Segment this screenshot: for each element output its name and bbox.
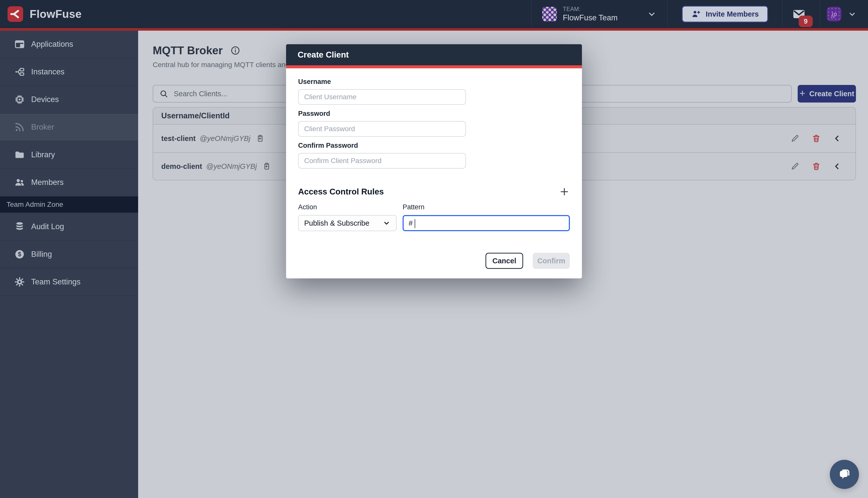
team-selector[interactable]: TEAM: FlowFuse Team [532, 0, 667, 28]
library-icon [14, 149, 25, 160]
invite-members-label: Invite Members [706, 10, 759, 18]
sidebar-item-label: Devices [31, 95, 59, 104]
flowfuse-logo-icon[interactable] [8, 6, 23, 22]
copy-clipboard-icon[interactable] [263, 162, 271, 171]
sidebar-item-team-settings[interactable]: Team Settings [0, 268, 138, 296]
copy-clipboard-icon[interactable] [256, 134, 265, 143]
client-id-suffix: @yeONmjGYBj [200, 134, 250, 143]
create-client-label: Create Client [809, 90, 854, 98]
chevron-down-icon [848, 10, 856, 18]
action-column: Action Publish & Subscribe [298, 203, 397, 231]
gear-icon [14, 276, 25, 287]
sidebar-item-label: Library [31, 150, 55, 159]
team-label: TEAM: [563, 6, 618, 12]
action-select[interactable]: Publish & Subscribe [298, 215, 397, 231]
chevron-left-icon[interactable] [833, 162, 841, 171]
client-username: test-client [161, 134, 196, 143]
devices-icon [14, 94, 25, 105]
sidebar-item-instances[interactable]: Instances [0, 58, 138, 86]
client-username-input[interactable] [298, 89, 466, 105]
delete-client-icon[interactable] [812, 162, 821, 171]
client-id-suffix: @yeONmjGYBj [206, 162, 257, 171]
delete-client-icon[interactable] [812, 134, 821, 143]
notifications-button[interactable]: 9 [791, 7, 807, 21]
plus-icon: + [799, 88, 805, 98]
action-label: Action [298, 203, 397, 211]
chat-bubbles-icon [837, 467, 852, 482]
info-icon[interactable] [230, 45, 240, 55]
applications-icon [14, 39, 25, 50]
pattern-label: Pattern [403, 203, 570, 211]
pattern-input[interactable] [409, 219, 564, 227]
sidebar-item-label: Instances [31, 67, 65, 76]
cancel-button[interactable]: Cancel [485, 253, 523, 269]
sidebar-item-devices[interactable]: Devices [0, 86, 138, 114]
password-label: Password [298, 110, 570, 118]
sidebar-item-label: Members [31, 178, 64, 187]
access-control-rules-heading: Access Control Rules [298, 187, 384, 196]
chat-widget-button[interactable] [830, 460, 859, 489]
brand: FlowFuse [0, 6, 82, 22]
sidebar-item-label: Team Settings [31, 277, 80, 286]
pattern-field [403, 215, 570, 231]
sidebar-item-label: Applications [31, 40, 73, 49]
sidebar-item-members[interactable]: Members [0, 169, 138, 196]
sidebar-item-billing[interactable]: $ Billing [0, 241, 138, 268]
username-label: Username [298, 78, 570, 86]
sidebar-item-broker[interactable]: Broker [0, 114, 138, 141]
client-username: demo-client [161, 162, 202, 171]
confirm-button[interactable]: Confirm [533, 253, 570, 269]
sidebar-item-applications[interactable]: Applications [0, 31, 138, 58]
top-navbar: FlowFuse TEAM: FlowFuse Team Invite Memb… [0, 0, 868, 31]
audit-log-icon [14, 221, 25, 232]
client-password-input[interactable] [298, 121, 466, 137]
svg-text:$: $ [18, 251, 21, 258]
chevron-down-icon [647, 10, 656, 18]
instances-icon [14, 66, 25, 77]
sidebar-item-label: Billing [31, 250, 52, 259]
page-title: MQTT Broker [153, 44, 223, 57]
sidebar-item-audit-log[interactable]: Audit Log [0, 213, 138, 241]
user-avatar: jp [827, 7, 841, 21]
sidebar: Applications Instances Devices Broker Li… [0, 31, 138, 498]
team-avatar [542, 7, 557, 21]
pattern-column: Pattern [403, 203, 570, 231]
notification-count-badge: 9 [799, 16, 813, 27]
user-plus-icon [691, 9, 701, 19]
invite-members-button[interactable]: Invite Members [682, 6, 768, 22]
team-admin-zone-banner: Team Admin Zone [0, 196, 138, 213]
billing-icon: $ [14, 249, 25, 260]
create-client-modal: Create Client Username Password Confirm … [286, 44, 582, 278]
edit-client-icon[interactable] [790, 161, 800, 171]
chevron-left-icon[interactable] [833, 134, 841, 143]
team-name: FlowFuse Team [563, 13, 618, 22]
edit-client-icon[interactable] [790, 134, 800, 143]
modal-header: Create Client [286, 44, 582, 68]
brand-name: FlowFuse [30, 8, 82, 21]
sidebar-item-library[interactable]: Library [0, 141, 138, 169]
sidebar-item-label: Audit Log [31, 222, 64, 231]
broker-icon [14, 122, 25, 133]
text-cursor [415, 219, 415, 228]
add-rule-plus-icon[interactable] [559, 186, 570, 197]
chevron-down-icon [383, 219, 390, 227]
modal-title: Create Client [298, 50, 349, 60]
members-icon [14, 177, 25, 188]
create-client-button[interactable]: + Create Client [798, 85, 856, 103]
sidebar-item-label: Broker [31, 122, 54, 132]
confirm-password-label: Confirm Password [298, 142, 570, 149]
user-menu[interactable]: jp [820, 0, 868, 28]
confirm-client-password-input[interactable] [298, 153, 466, 169]
search-icon [159, 89, 168, 98]
action-select-value: Publish & Subscribe [304, 219, 370, 227]
